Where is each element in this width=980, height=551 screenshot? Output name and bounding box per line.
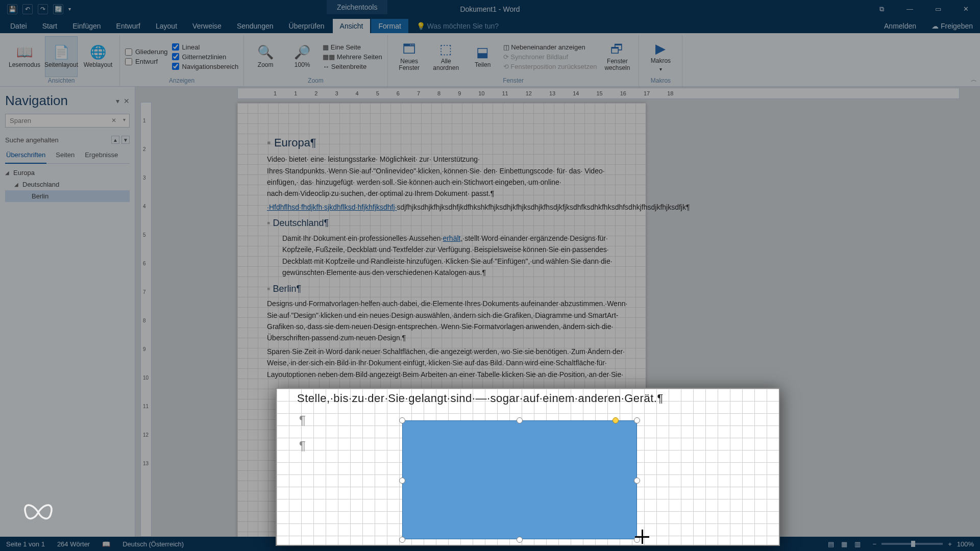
navpane-checkbox[interactable]: Navigationsbereich xyxy=(172,63,239,70)
resize-handle-s[interactable] xyxy=(517,537,523,543)
selected-shape-rectangle[interactable] xyxy=(402,420,637,539)
paragraph-4: Sparen·Sie·Zeit·in·Word·dank·neuer·Schal… xyxy=(267,346,616,380)
zoom-out-icon[interactable]: − xyxy=(873,540,877,548)
nav-search-clear-icon[interactable]: ✕ xyxy=(111,117,116,124)
new-window-button[interactable]: 🗔Neues Fenster xyxy=(393,36,426,77)
draft-checkbox[interactable]: Entwurf xyxy=(125,58,168,65)
sign-in-link[interactable]: Anmelden xyxy=(877,19,923,33)
minimize-button[interactable]: — xyxy=(896,0,924,18)
nav-tab-headings[interactable]: Überschriften xyxy=(5,149,46,164)
tab-mailings[interactable]: Sendungen xyxy=(230,19,281,33)
zoom-percent[interactable]: 100% xyxy=(957,540,974,548)
repeat-icon[interactable]: 🔄 xyxy=(53,4,63,14)
nav-node-deutschland-label: Deutschland xyxy=(22,181,59,188)
nav-node-deutschland[interactable]: ◢Deutschland xyxy=(5,179,130,190)
tab-insert[interactable]: Einfügen xyxy=(65,19,108,33)
qat-dropdown-icon[interactable]: ▾ xyxy=(68,6,71,12)
multi-page-button[interactable]: ▦▦ Mehrere Seiten xyxy=(323,53,382,61)
status-proofing-icon[interactable]: 📖 xyxy=(102,540,110,548)
resize-handle-e[interactable] xyxy=(634,478,640,484)
side-by-side-button[interactable]: ◫ Nebeneinander anzeigen xyxy=(503,43,597,51)
tab-review[interactable]: Überprüfen xyxy=(282,19,332,33)
macros-button[interactable]: ▶Makros▾ xyxy=(644,36,677,77)
switch-window-button[interactable]: 🗗Fenster wechseln xyxy=(601,36,633,77)
status-word-count[interactable]: 264 Wörter xyxy=(57,540,90,548)
macros-label: Makros xyxy=(651,58,671,64)
tab-layout[interactable]: Layout xyxy=(149,19,184,33)
navpane-dropdown-icon[interactable]: ▾ xyxy=(116,97,119,105)
tab-design[interactable]: Entwurf xyxy=(109,19,148,33)
nav-node-berlin[interactable]: Berlin xyxy=(5,190,130,202)
resize-handle-ne[interactable] xyxy=(634,417,640,423)
one-page-button[interactable]: ▦ Eine Seite xyxy=(323,43,382,51)
window-controls: ⧉ — ▭ ✕ xyxy=(868,0,980,18)
chevron-down-icon[interactable]: ◢ xyxy=(14,182,19,187)
read-mode-label: Lesemodus xyxy=(9,62,40,68)
zoom-in-icon[interactable]: + xyxy=(948,540,952,548)
collapse-ribbon-icon[interactable]: ︿ xyxy=(971,76,977,84)
heading-deutschland: Deutschland¶ xyxy=(273,218,329,228)
group-views-label: Ansichten xyxy=(8,77,114,86)
print-layout-button[interactable]: 📄Seitenlayout xyxy=(45,36,78,77)
tab-file[interactable]: Datei xyxy=(3,19,34,33)
save-icon[interactable]: 💾 xyxy=(7,4,17,14)
nav-node-europa[interactable]: ◢Europa xyxy=(5,167,130,179)
view-print-icon[interactable]: ▦ xyxy=(841,540,847,548)
horizontal-ruler[interactable]: 1123456789101112131415161718 xyxy=(237,88,960,99)
share-button[interactable]: ☁ Freigeben xyxy=(924,19,980,33)
view-read-icon[interactable]: ▤ xyxy=(828,540,834,548)
tab-format[interactable]: Format xyxy=(371,19,408,33)
arrange-all-button[interactable]: ⬚Alle anordnen xyxy=(430,36,462,77)
side-by-side-label: Nebeneinander anzeigen xyxy=(511,43,585,51)
nav-prev-result-icon[interactable]: ▲ xyxy=(111,136,119,144)
sync-scroll-label: Synchroner Bildlauf xyxy=(510,53,568,61)
read-mode-icon: 📖 xyxy=(16,45,33,60)
outline-checkbox[interactable]: Gliederung xyxy=(125,48,168,56)
zoom-button[interactable]: 🔍Zoom xyxy=(249,36,282,77)
nav-tab-pages[interactable]: Seiten xyxy=(55,149,76,163)
resize-handle-w[interactable] xyxy=(399,478,405,484)
pilcrow-icon: ¶ xyxy=(299,439,306,453)
view-web-icon[interactable]: ▥ xyxy=(854,540,861,548)
group-window-label: Fenster xyxy=(393,77,634,86)
nav-search-dropdown-icon[interactable]: ▾ xyxy=(123,117,126,122)
status-language[interactable]: Deutsch (Österreich) xyxy=(122,540,184,548)
nav-tree: ◢Europa ◢Deutschland Berlin xyxy=(5,167,130,202)
page-width-button[interactable]: ↔ Seitenbreite xyxy=(323,63,382,70)
reset-pos-label: Fensterposition zurücksetzen xyxy=(510,63,597,70)
hyperlink-text-1[interactable]: ·Hfdhflhsd·fhdjkfh·sjkdhflksd·hfjkhfjksd… xyxy=(267,203,397,211)
close-button[interactable]: ✕ xyxy=(952,0,980,18)
resize-handle-nw[interactable] xyxy=(399,417,405,423)
hyperlink-text-2[interactable]: erhält xyxy=(443,234,460,242)
print-layout-label: Seitenlayout xyxy=(44,62,78,68)
ribbon-options-icon[interactable]: ⧉ xyxy=(868,0,896,18)
undo-icon[interactable]: ↶ xyxy=(22,4,33,14)
macros-icon: ▶ xyxy=(655,41,666,56)
tab-view[interactable]: Ansicht xyxy=(333,19,371,33)
zoom-slider[interactable] xyxy=(881,543,943,545)
split-button[interactable]: ⬓Teilen xyxy=(467,36,499,77)
paragraph-3: Designs·und·Formatvorlagen·helfen·auch·d… xyxy=(267,298,616,344)
gridlines-checkbox[interactable]: Gitternetzlinien xyxy=(172,53,239,61)
ribbon-body: 📖Lesemodus 📄Seitenlayout 🌐Weblayout Ansi… xyxy=(0,33,980,87)
zoom-100-button[interactable]: 🔎100% xyxy=(286,36,318,77)
nav-tab-results[interactable]: Ergebnisse xyxy=(84,149,119,163)
vertical-ruler[interactable]: 12345678910111213 xyxy=(140,102,152,537)
resize-handle-n[interactable] xyxy=(517,417,523,423)
web-layout-button[interactable]: 🌐Weblayout xyxy=(82,36,114,77)
tab-start[interactable]: Start xyxy=(35,19,65,33)
navpane-close-icon[interactable]: ✕ xyxy=(124,97,130,105)
ruler-checkbox[interactable]: Lineal xyxy=(172,43,239,51)
tell-me-input[interactable]: 💡 Was möchten Sie tun? xyxy=(409,19,506,33)
maximize-button[interactable]: ▭ xyxy=(924,0,952,18)
chevron-down-icon[interactable]: ◢ xyxy=(5,170,10,176)
tab-references[interactable]: Verweise xyxy=(185,19,229,33)
rotation-handle[interactable] xyxy=(612,417,619,423)
split-icon: ⬓ xyxy=(476,45,489,60)
nav-next-result-icon[interactable]: ▼ xyxy=(121,136,130,144)
nav-paused-label: Suche angehalten xyxy=(5,136,59,144)
status-page[interactable]: Seite 1 von 1 xyxy=(6,540,45,548)
read-mode-button[interactable]: 📖Lesemodus xyxy=(8,36,41,77)
resize-handle-sw[interactable] xyxy=(399,537,405,543)
redo-icon[interactable]: ↷ xyxy=(38,4,48,14)
